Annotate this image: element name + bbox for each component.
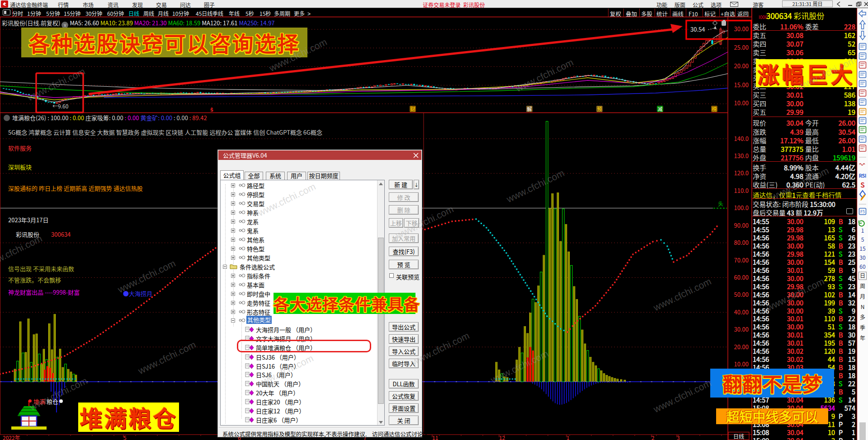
svg-text:10.00: 10.00 <box>734 98 749 107</box>
svg-text:←9.60: ←9.60 <box>52 102 69 110</box>
svg-text:5: 5 <box>123 434 127 440</box>
svg-text:周: 周 <box>860 282 865 290</box>
svg-text:10.00: 10.00 <box>734 360 749 368</box>
svg-text:5: 5 <box>861 235 864 243</box>
svg-text:头: 头 <box>718 200 723 207</box>
svg-text:年: 年 <box>860 334 865 342</box>
svg-text:多: 多 <box>860 313 865 321</box>
svg-text:11: 11 <box>432 434 438 440</box>
svg-text:日: 日 <box>860 271 865 279</box>
svg-text:日线: 日线 <box>733 432 744 440</box>
svg-text:140.0: 140.0 <box>734 134 749 143</box>
svg-text:月: 月 <box>860 292 865 300</box>
svg-text:80.00: 80.00 <box>734 238 749 247</box>
svg-text:2022年: 2022年 <box>3 434 20 440</box>
svg-text:15.00: 15.00 <box>734 80 749 89</box>
svg-text:1: 1 <box>861 226 864 234</box>
svg-text:40.00: 40.00 <box>734 308 749 316</box>
svg-text:N: N <box>861 303 865 310</box>
svg-text:季: 季 <box>860 323 865 331</box>
svg-text:25.00: 25.00 <box>734 43 749 51</box>
svg-text:30.00: 30.00 <box>734 325 749 333</box>
svg-text:预: 预 <box>597 105 602 112</box>
svg-text:RSI: RSI <box>859 172 867 179</box>
svg-text:60.00: 60.00 <box>734 273 749 281</box>
svg-text:50.00: 50.00 <box>734 290 749 299</box>
svg-text:12: 12 <box>499 434 505 440</box>
svg-text:20.00: 20.00 <box>734 61 749 70</box>
svg-text:3: 3 <box>677 434 680 440</box>
svg-text:解: 解 <box>527 105 532 112</box>
svg-text:30: 30 <box>859 253 866 261</box>
svg-text:15: 15 <box>859 244 866 252</box>
svg-text:1: 1 <box>566 434 570 440</box>
svg-text:财: 财 <box>410 105 415 112</box>
svg-text:30.00: 30.00 <box>734 24 749 33</box>
svg-text:F5: F5 <box>860 209 865 215</box>
svg-text:S: S <box>861 180 865 189</box>
svg-text:2: 2 <box>651 434 655 440</box>
svg-text:110.0: 110.0 <box>734 186 749 195</box>
svg-text:70.00: 70.00 <box>734 256 749 264</box>
svg-text:100.0: 100.0 <box>734 203 749 212</box>
svg-text:130.0: 130.0 <box>734 151 749 160</box>
svg-text:20.00: 20.00 <box>734 342 749 351</box>
svg-text:30.54: 30.54 <box>690 25 705 33</box>
svg-text:减: 减 <box>658 105 663 112</box>
svg-text:120.0: 120.0 <box>734 169 749 177</box>
svg-text:榜: 榜 <box>712 105 717 112</box>
svg-text:60: 60 <box>859 262 866 270</box>
svg-text:ŝ: ŝ <box>210 105 213 113</box>
svg-text:90.00: 90.00 <box>734 221 749 229</box>
